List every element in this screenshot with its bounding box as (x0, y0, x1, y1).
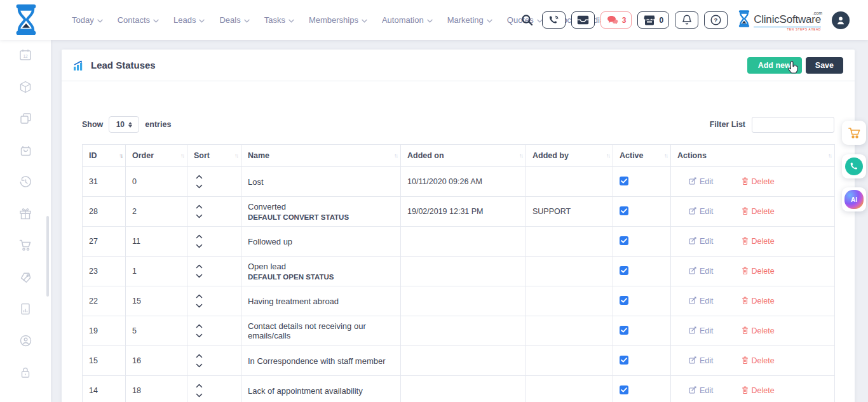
sidebar-scrollbar[interactable] (46, 216, 49, 297)
sort-arrows-icon: ↑↓ (234, 152, 238, 159)
move-up-button[interactable] (196, 294, 203, 298)
call-fab-button[interactable] (842, 154, 866, 178)
column-header-name[interactable]: Name↑↓ (241, 145, 401, 167)
move-down-button[interactable] (196, 363, 203, 368)
move-down-button[interactable] (196, 304, 203, 308)
basket-fab-button[interactable] (842, 121, 866, 145)
notifications-button[interactable] (675, 11, 698, 29)
column-header-added-on[interactable]: Added on↑↓ (401, 145, 526, 167)
report-icon[interactable] (18, 303, 32, 315)
lead-statuses-card: Lead Statuses Add new Save Show 10 entri… (62, 50, 855, 402)
nav-tasks[interactable]: Tasks (264, 15, 294, 25)
edit-button[interactable]: Edit (689, 356, 714, 366)
column-header-actions[interactable]: Actions↑↓ (671, 145, 835, 167)
move-down-button[interactable] (196, 274, 203, 278)
search-icon[interactable] (521, 14, 533, 26)
cell-order: 11 (126, 227, 187, 257)
account-icon[interactable] (18, 335, 32, 347)
delete-button[interactable]: Delete (742, 177, 775, 187)
bag-icon[interactable] (18, 144, 32, 156)
copy-icon[interactable] (18, 112, 32, 124)
add-new-button[interactable]: Add new (747, 57, 802, 74)
nav-marketing[interactable]: Marketing (447, 15, 492, 25)
tags-icon[interactable] (18, 271, 32, 283)
lock-icon[interactable] (18, 366, 32, 379)
active-checkbox[interactable] (620, 177, 628, 185)
active-checkbox[interactable] (620, 326, 628, 335)
move-up-button[interactable] (196, 175, 203, 179)
edit-button[interactable]: Edit (689, 386, 714, 396)
move-up-button[interactable] (196, 264, 203, 269)
edit-button[interactable]: Edit (689, 237, 714, 246)
chevron-down-icon (199, 19, 205, 23)
move-down-button[interactable] (196, 184, 203, 189)
store-button[interactable]: 0 (637, 11, 669, 29)
inbox-button[interactable] (571, 11, 595, 29)
cell-actions: EditDelete (671, 167, 835, 197)
edit-button[interactable]: Edit (689, 267, 714, 276)
column-header-order[interactable]: Order↑↓ (126, 145, 187, 167)
move-up-button[interactable] (196, 354, 203, 358)
logo-tld: .com (813, 11, 822, 15)
sort-arrows-icon: ↑↓ (119, 152, 122, 159)
save-button[interactable]: Save (806, 57, 843, 74)
cell-added-on: 10/11/2020 09:26 AM (401, 167, 526, 197)
phone-button[interactable] (542, 11, 566, 29)
active-checkbox[interactable] (620, 266, 628, 275)
user-avatar[interactable] (832, 11, 850, 29)
ai-icon: AI (844, 190, 864, 209)
column-header-id[interactable]: ID↑↓ (83, 145, 126, 167)
active-checkbox[interactable] (620, 206, 628, 215)
move-down-button[interactable] (196, 214, 203, 218)
nav-today[interactable]: Today (72, 15, 103, 25)
move-down-button[interactable] (196, 333, 203, 338)
move-up-button[interactable] (196, 204, 203, 209)
clinicsoftware-logo[interactable]: ClinicSoftware.com TEN STEPS AHEAD (737, 10, 821, 31)
cell-name: Lack of appointment availability (241, 376, 401, 402)
nav-memberships[interactable]: Memberships (309, 15, 367, 25)
nav-leads[interactable]: Leads (173, 15, 205, 25)
edit-button[interactable]: Edit (689, 207, 714, 217)
active-checkbox[interactable] (620, 385, 628, 394)
nav-contacts[interactable]: Contacts (118, 15, 159, 25)
cell-id: 19 (83, 316, 126, 346)
delete-icon (742, 356, 749, 366)
edit-button[interactable]: Edit (689, 297, 714, 306)
delete-button[interactable]: Delete (742, 386, 775, 396)
delete-button[interactable]: Delete (742, 356, 775, 366)
column-header-active[interactable]: Active↑↓ (613, 145, 671, 167)
move-up-button[interactable] (196, 384, 203, 388)
nav-automation[interactable]: Automation (382, 15, 433, 25)
move-up-button[interactable] (196, 234, 203, 239)
active-checkbox[interactable] (620, 236, 628, 245)
help-button[interactable]: ? (704, 11, 728, 29)
chat-button[interactable]: 3 (600, 11, 632, 29)
cell-sort (187, 257, 241, 286)
hourglass-logo-icon[interactable] (13, 4, 39, 37)
edit-button[interactable]: Edit (689, 326, 714, 336)
active-checkbox[interactable] (620, 356, 628, 365)
ai-assistant-fab-button[interactable]: AI (842, 187, 866, 211)
gift-icon[interactable] (18, 208, 32, 220)
cart-icon[interactable] (18, 239, 32, 251)
delete-button[interactable]: Delete (742, 237, 775, 246)
delete-button[interactable]: Delete (742, 207, 775, 217)
delete-button[interactable]: Delete (742, 297, 775, 306)
move-down-button[interactable] (196, 393, 203, 398)
page-size-select[interactable]: 10 (109, 116, 139, 133)
delete-button[interactable]: Delete (742, 267, 775, 276)
column-header-sort[interactable]: Sort↑↓ (187, 145, 241, 167)
move-down-button[interactable] (196, 244, 203, 248)
edit-button[interactable]: Edit (689, 177, 714, 187)
filter-input[interactable] (752, 117, 834, 133)
chevron-down-icon (153, 19, 159, 23)
history-icon[interactable] (18, 176, 32, 188)
column-header-added-by[interactable]: Added by↑↓ (526, 145, 613, 167)
delete-button[interactable]: Delete (742, 326, 775, 336)
active-checkbox[interactable] (620, 296, 628, 305)
nav-deals[interactable]: Deals (219, 15, 249, 25)
move-up-button[interactable] (196, 324, 203, 328)
calendar-icon[interactable]: 12 (18, 49, 32, 61)
package-icon[interactable] (18, 81, 32, 93)
cell-actions: EditDelete (671, 316, 835, 346)
